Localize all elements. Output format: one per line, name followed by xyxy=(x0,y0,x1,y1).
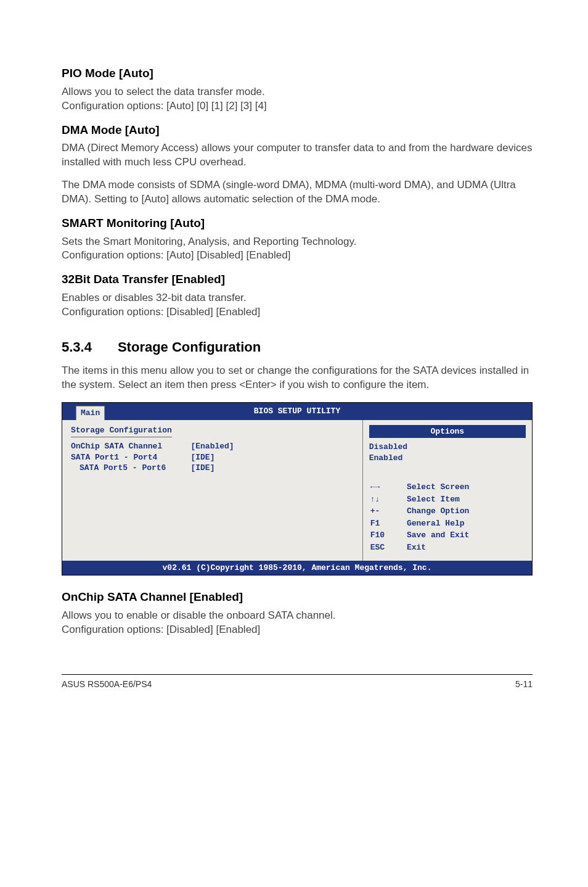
bios-key-desc: Change Option xyxy=(407,506,525,517)
heading-storage-config: 5.3.4Storage Configuration xyxy=(62,338,533,357)
bios-title: BIOS SETUP UTILITY xyxy=(254,406,340,416)
text-onchip-1: Allows you to enable or disable the onbo… xyxy=(62,609,336,621)
bios-footer: v02.61 (C)Copyright 1985-2010, American … xyxy=(62,561,532,576)
text-smart-1: Sets the Smart Monitoring, Analysis, and… xyxy=(62,236,356,247)
bios-key: ESC xyxy=(370,542,406,553)
heading-pio: PIO Mode [Auto] xyxy=(62,65,533,81)
footer-left: ASUS RS500A-E6/PS4 xyxy=(62,679,152,690)
text-onchip: Allows you to enable or disable the onbo… xyxy=(62,609,533,637)
bios-tab-main[interactable]: Main xyxy=(76,406,105,420)
text-pio-1: Allows you to select the data transfer m… xyxy=(62,85,533,113)
heading-32bit: 32Bit Data Transfer [Enabled] xyxy=(62,271,533,287)
bios-left-header: Storage Configuration xyxy=(71,425,172,438)
page-footer: ASUS RS500A-E6/PS4 5-11 xyxy=(62,674,533,690)
table-row[interactable]: SATA Port1 - Port4 [IDE] xyxy=(71,452,259,463)
bios-body: Storage Configuration OnChip SATA Channe… xyxy=(62,420,532,561)
bios-left-pane: Storage Configuration OnChip SATA Channe… xyxy=(62,420,363,561)
text-storage-intro: The items in this menu allow you to set … xyxy=(62,364,533,392)
heading-dma: DMA Mode [Auto] xyxy=(62,122,533,138)
bios-key-desc: General Help xyxy=(407,518,525,529)
text-pio-1b: Configuration options: [Auto] [0] [1] [2… xyxy=(62,100,267,112)
bios-settings-table: OnChip SATA Channel [Enabled] SATA Port1… xyxy=(71,441,259,474)
text-32bit-1: Enables or disables 32-bit data transfer… xyxy=(62,292,247,303)
bios-panel: BIOS SETUP UTILITY Main Storage Configur… xyxy=(62,402,533,576)
bios-key: +- xyxy=(370,506,406,517)
bios-topbar: BIOS SETUP UTILITY Main xyxy=(62,403,532,420)
text-smart-2: Configuration options: [Auto] [Disabled]… xyxy=(62,249,290,261)
bios-key-desc: Exit xyxy=(407,542,525,553)
heading-onchip: OnChip SATA Channel [Enabled] xyxy=(62,589,533,605)
footer-right: 5-11 xyxy=(515,679,533,690)
bios-options-block: Options Disabled Enabled xyxy=(369,425,526,464)
bios-key: F10 xyxy=(370,530,406,541)
bios-key: F1 xyxy=(370,518,406,529)
bios-option[interactable]: Enabled xyxy=(369,453,526,464)
text-dma-1: DMA (Direct Memory Access) allows your c… xyxy=(62,141,533,170)
bios-key-legend: ←→Select Screen ↑↓Select Item +-Change O… xyxy=(369,481,526,554)
bios-key-desc: Select Screen xyxy=(407,482,525,493)
text-onchip-2: Configuration options: [Disabled] [Enabl… xyxy=(62,624,260,635)
table-row[interactable]: SATA Port5 - Port6 [IDE] xyxy=(71,463,259,474)
bios-row-value: [IDE] xyxy=(190,452,258,463)
text-smart: Sets the Smart Monitoring, Analysis, and… xyxy=(62,235,533,263)
bios-right-pane: Options Disabled Enabled ←→Select Screen… xyxy=(363,420,532,561)
bios-row-label: SATA Port1 - Port4 xyxy=(71,452,190,463)
bios-row-label: SATA Port5 - Port6 xyxy=(71,463,190,474)
bios-row-label: OnChip SATA Channel xyxy=(71,441,190,452)
bios-row-label-indent: SATA Port5 - Port6 xyxy=(71,463,166,474)
heading-storage-num: 5.3.4 xyxy=(62,338,92,357)
bios-key: ↑↓ xyxy=(370,494,406,505)
heading-storage-title: Storage Configuration xyxy=(118,339,261,355)
bios-option[interactable]: Disabled xyxy=(369,442,526,453)
bios-key: ←→ xyxy=(370,482,406,493)
bios-row-value: [Enabled] xyxy=(190,441,258,452)
heading-smart: SMART Monitoring [Auto] xyxy=(62,215,533,231)
table-row[interactable]: OnChip SATA Channel [Enabled] xyxy=(71,441,259,452)
bios-key-desc: Save and Exit xyxy=(407,530,525,541)
bios-row-value: [IDE] xyxy=(190,463,258,474)
text-dma-2: The DMA mode consists of SDMA (single-wo… xyxy=(62,178,533,207)
bios-options-title: Options xyxy=(369,425,526,439)
text-32bit-2: Configuration options: [Disabled] [Enabl… xyxy=(62,306,260,318)
bios-key-desc: Select Item xyxy=(407,494,525,505)
text-32bit: Enables or disables 32-bit data transfer… xyxy=(62,291,533,320)
text-pio-1a: Allows you to select the data transfer m… xyxy=(62,86,265,97)
